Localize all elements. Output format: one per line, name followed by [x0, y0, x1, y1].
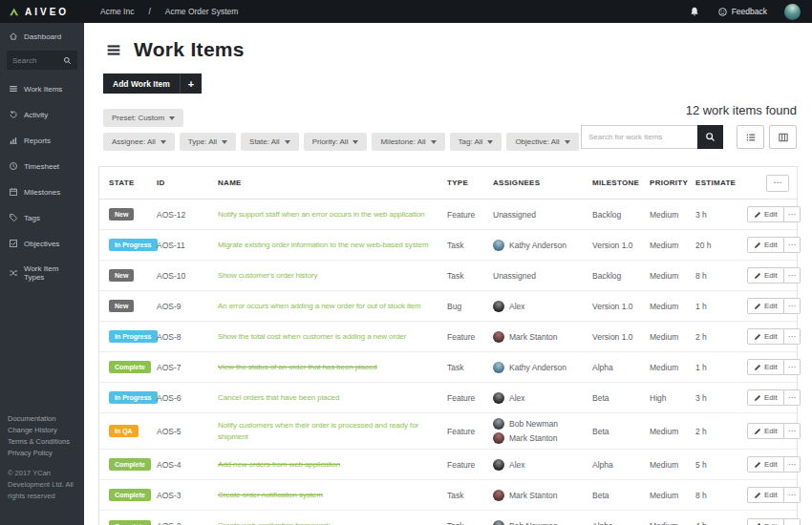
work-item-id: AOS-3	[147, 486, 208, 505]
edit-button[interactable]: Edit	[747, 389, 784, 406]
table-row[interactable]: In Progress AOS-8 Show the total cost wh…	[99, 322, 797, 352]
notifications-bell-icon[interactable]	[689, 6, 700, 17]
row-more-button[interactable]: ⋯	[784, 328, 801, 345]
logo-text: AIVEO	[25, 7, 69, 17]
table-row[interactable]: In QA AOS-5 Notify customers when their …	[99, 413, 797, 450]
add-work-item-button[interactable]: Add Work Item +	[103, 74, 202, 94]
work-item-name-link[interactable]: Create order notification system	[218, 490, 323, 501]
row-more-button[interactable]: ⋯	[784, 518, 801, 525]
filter-assignee[interactable]: Assignee: All	[103, 133, 175, 151]
work-item-name-link[interactable]: View the status of an order that has bee…	[218, 362, 377, 373]
chart-icon	[9, 136, 18, 145]
milestone: Alpha	[583, 516, 640, 525]
feedback-label: Feedback	[732, 7, 767, 16]
work-item-name-link[interactable]: Create web application framework	[218, 520, 331, 525]
assignee-name: Mark Stanton	[509, 332, 558, 342]
state-badge: Complete	[109, 520, 151, 525]
edit-button[interactable]: Edit	[747, 487, 784, 503]
row-more-button[interactable]: ⋯	[784, 237, 801, 253]
edit-button[interactable]: Edit	[747, 267, 784, 284]
table-row[interactable]: New AOS-9 An error occurs when adding a …	[99, 291, 797, 322]
work-item-name-link[interactable]: Show customer's order history	[218, 270, 317, 282]
board-view-button[interactable]	[769, 125, 797, 149]
link-change-history[interactable]: Change History	[8, 425, 80, 436]
work-items-search-input[interactable]	[581, 125, 697, 149]
sidebar-item-reports[interactable]: Reports	[0, 127, 84, 153]
filter-objective[interactable]: Objective: All	[506, 133, 578, 151]
work-item-id: AOS-2	[147, 516, 208, 525]
edit-button[interactable]: Edit	[747, 206, 784, 222]
breadcrumb-project[interactable]: Acme Order System	[165, 7, 239, 16]
link-terms[interactable]: Terms & Conditions	[8, 436, 80, 448]
app-logo[interactable]: AIVEO	[0, 6, 84, 18]
pencil-icon	[754, 461, 761, 469]
table-row[interactable]: Complete AOS-3 Create order notification…	[99, 480, 797, 511]
search-button[interactable]	[697, 125, 723, 149]
table-row[interactable]: New AOS-12 Notify support staff when an …	[99, 200, 797, 230]
work-item-name-link[interactable]: Cancel orders that have been placed	[218, 392, 339, 404]
edit-button[interactable]: Edit	[747, 359, 784, 375]
row-more-button[interactable]: ⋯	[784, 206, 801, 222]
check-square-icon	[9, 239, 18, 248]
row-more-button[interactable]: ⋯	[784, 423, 801, 439]
milestone: Alpha	[583, 358, 640, 377]
priority: Medium	[640, 266, 686, 285]
work-item-name-link[interactable]: Show the total cost when customer is add…	[218, 331, 406, 343]
search-icon[interactable]	[63, 56, 72, 65]
filter-type[interactable]: Type: All	[180, 133, 236, 151]
row-more-button[interactable]: ⋯	[784, 359, 801, 375]
row-more-button[interactable]: ⋯	[784, 389, 801, 406]
sidebar-search[interactable]	[7, 51, 77, 70]
user-avatar[interactable]	[784, 4, 801, 20]
row-more-button[interactable]: ⋯	[784, 267, 801, 284]
avatar	[493, 432, 504, 444]
filter-state[interactable]: State: All	[241, 133, 299, 151]
row-more-button[interactable]: ⋯	[784, 298, 801, 314]
list-view-button[interactable]	[737, 125, 764, 149]
sidebar-item-dashboard[interactable]: Dashboard	[0, 23, 84, 49]
pencil-icon	[754, 272, 761, 280]
edit-button[interactable]: Edit	[747, 518, 784, 525]
sidebar-item-work-items[interactable]: Work Items	[0, 75, 84, 101]
table-row[interactable]: In Progress AOS-11 Migrate existing orde…	[99, 230, 797, 261]
work-item-name-link[interactable]: Add new orders from web application	[218, 459, 340, 471]
work-item-name-link[interactable]: An error occurs when adding a new order …	[218, 301, 421, 312]
edit-button[interactable]: Edit	[747, 237, 784, 253]
chevron-down-icon	[160, 140, 166, 144]
feedback-button[interactable]: Feedback	[717, 7, 767, 17]
row-more-button[interactable]: ⋯	[784, 456, 801, 472]
sidebar-item-tags[interactable]: Tags	[0, 204, 84, 230]
table-row[interactable]: In Progress AOS-6 Cancel orders that hav…	[99, 383, 797, 413]
sidebar-item-activity[interactable]: Activity	[0, 101, 84, 127]
edit-button[interactable]: Edit	[747, 456, 784, 472]
sidebar-item-work-item-types[interactable]: Work Item Types	[0, 256, 84, 289]
link-privacy[interactable]: Privacy Policy	[8, 448, 80, 459]
table-row[interactable]: New AOS-10 Show customer's order history…	[99, 261, 797, 291]
table-row[interactable]: Complete AOS-4 Add new orders from web a…	[99, 450, 797, 480]
breadcrumb-org[interactable]: Acme Inc	[100, 7, 134, 16]
link-documentation[interactable]: Documentation	[8, 413, 80, 425]
sidebar-search-input[interactable]	[12, 56, 63, 65]
filter-tag[interactable]: Tag: All	[450, 133, 502, 151]
edit-button[interactable]: Edit	[747, 423, 784, 439]
preset-dropdown[interactable]: Preset: Custom	[103, 109, 183, 127]
sidebar-item-timesheet[interactable]: Timesheet	[0, 153, 84, 178]
work-item-id: AOS-8	[147, 327, 208, 346]
work-item-name-link[interactable]: Notify customers when their order is pro…	[218, 420, 436, 442]
work-item-name-link[interactable]: Migrate existing order information to th…	[218, 240, 429, 251]
work-item-id: AOS-12	[147, 205, 208, 224]
work-item-name-link[interactable]: Notify support staff when an error occur…	[218, 209, 425, 220]
edit-button[interactable]: Edit	[747, 328, 784, 345]
table-more-button[interactable]: ⋯	[766, 175, 789, 192]
filter-milestone[interactable]: Milestone: All	[372, 133, 444, 151]
sidebar-item-objectives[interactable]: Objectives	[0, 230, 84, 256]
edit-button[interactable]: Edit	[747, 298, 784, 314]
chevron-down-icon	[285, 140, 290, 144]
sidebar-item-label: Milestones	[24, 188, 60, 197]
table-row[interactable]: Complete AOS-7 View the status of an ord…	[99, 352, 797, 383]
work-item-type: Task	[438, 486, 483, 505]
sidebar-item-milestones[interactable]: Milestones	[0, 178, 84, 204]
filter-priority[interactable]: Priority: All	[304, 133, 368, 151]
row-more-button[interactable]: ⋯	[784, 487, 801, 503]
table-row[interactable]: Complete AOS-2 Create web application fr…	[99, 511, 797, 525]
